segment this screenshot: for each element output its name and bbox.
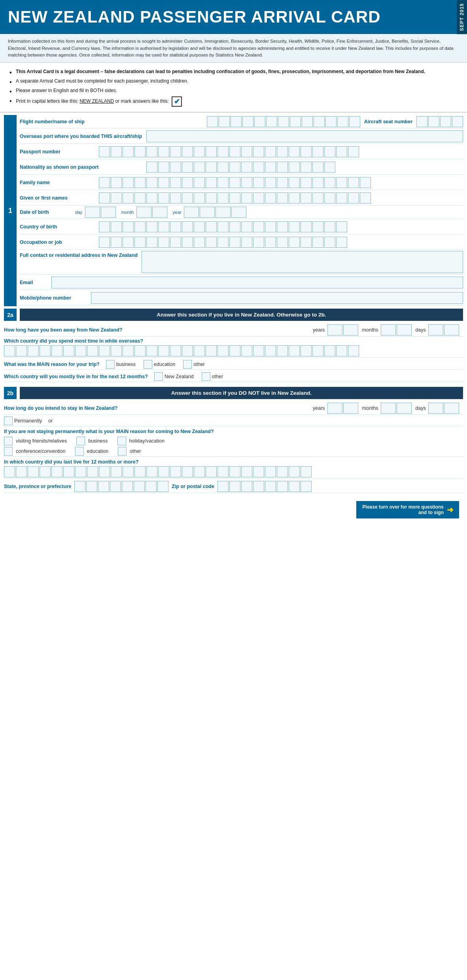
reason-holiday-checkbox[interactable]: [117, 437, 126, 445]
reason-visiting-checkbox[interactable]: [4, 437, 13, 445]
state-label: State, province or prefecture: [4, 484, 71, 489]
stay-years-group: years: [313, 403, 358, 414]
reason-business-checkbox[interactable]: [106, 360, 115, 369]
section-2a-content: How long have you been away from New Zea…: [4, 322, 463, 384]
away-years-text: years: [313, 327, 325, 333]
flight-box-3[interactable]: [231, 116, 242, 127]
section-2a-header: Answer this section if you live in New Z…: [20, 309, 463, 321]
reason-conference-checkbox[interactable]: [4, 447, 13, 456]
reason-education-label: education: [154, 362, 175, 367]
header: NEW ZEALAND PASSENGER ARRIVAL CARD SEPT …: [0, 0, 467, 34]
seat-box-1[interactable]: [416, 116, 427, 127]
flight-box-2[interactable]: [219, 116, 230, 127]
next12-other-checkbox[interactable]: [202, 372, 210, 381]
bullets-section: This Arrival Card is a legal document – …: [0, 63, 467, 113]
info-box: Information collected on this form and d…: [0, 34, 467, 63]
seat-box-4[interactable]: [452, 116, 463, 127]
flight-box-6[interactable]: [266, 116, 277, 127]
flight-box-1[interactable]: [207, 116, 218, 127]
nationality-label: Nationality as shown on passport: [20, 164, 146, 170]
reason-education-checkbox[interactable]: [144, 360, 152, 369]
passport-row: Passport number: [20, 145, 463, 159]
flight-row: Flight number/name of ship: [20, 116, 463, 128]
mobile-input[interactable]: [91, 292, 463, 304]
reason-education-2b-label: education: [87, 449, 108, 454]
flight-box-4[interactable]: [242, 116, 253, 127]
next12-label: Which country will you mostly live in fo…: [4, 374, 148, 379]
flight-box-7[interactable]: [278, 116, 289, 127]
last-lived-row: In which country did you last live for 1…: [4, 459, 463, 479]
main-reason-label: What was the MAIN reason for your trip?: [4, 362, 100, 367]
mobile-row: Mobile/phone number: [20, 291, 463, 305]
permanently-checkbox[interactable]: [4, 416, 13, 425]
family-name-boxes: [99, 177, 371, 188]
seat-box-3[interactable]: [440, 116, 451, 127]
overseas-port-label: Overseas port where you boarded THIS air…: [20, 134, 146, 139]
dob-year-boxes: [184, 207, 246, 218]
away-years-group: years: [313, 324, 358, 335]
flight-char-boxes: [207, 116, 360, 127]
section-1: 1 Flight number/name of ship: [4, 115, 463, 306]
permanently-label: Permanently: [14, 418, 42, 424]
stay-years-boxes: [327, 403, 358, 414]
reason-business-2b-checkbox[interactable]: [76, 437, 85, 445]
reason-education-2b-checkbox[interactable]: [75, 447, 84, 456]
main-reason-row: What was the MAIN reason for your trip? …: [4, 360, 463, 370]
flight-box-13[interactable]: [349, 116, 360, 127]
seat-box-2[interactable]: [428, 116, 439, 127]
nationality-row: Nationality as shown on passport: [20, 160, 463, 175]
email-input[interactable]: [51, 277, 463, 288]
reason-holiday-label: holiday/vacation: [129, 438, 165, 444]
given-names-label: Given or first names: [20, 195, 99, 201]
reason-other-label: other: [193, 362, 205, 367]
section-2a-badge: 2a: [4, 309, 17, 321]
reason-coming-row: If you are not staying permanently what …: [4, 429, 463, 457]
section-1-badge: 1: [4, 115, 17, 306]
flight-box-11[interactable]: [325, 116, 337, 127]
example-new-zealand: NEW ZEALAND: [79, 98, 114, 104]
flight-box-9[interactable]: [302, 116, 313, 127]
flight-box-8[interactable]: [290, 116, 301, 127]
given-names-boxes: [99, 192, 371, 204]
flight-box-12[interactable]: [337, 116, 348, 127]
away-label: How long have you been away from New Zea…: [4, 327, 313, 333]
next12-row: Which country will you mostly live in fo…: [4, 372, 463, 382]
occupation-label: Occupation or job: [20, 239, 99, 245]
overseas-port-row: Overseas port where you boarded THIS air…: [20, 130, 463, 144]
country-spent-row: Which country did you spend most time in…: [4, 338, 463, 358]
zip-boxes: [217, 481, 312, 492]
away-years-boxes: [327, 324, 358, 335]
flight-label: Flight number/name of ship: [20, 119, 207, 124]
address-input[interactable]: [142, 251, 463, 273]
dob-month-label: month: [121, 210, 134, 215]
intend-stay-label: How long do you intend to stay in New Ze…: [4, 405, 313, 411]
reason-other-checkbox[interactable]: [183, 360, 192, 369]
reason-visiting-label: visiting friends/relatives: [16, 438, 67, 444]
address-label: Full contact or residential address in N…: [20, 251, 142, 258]
dob-label: Date of birth: [20, 209, 75, 215]
family-name-label: Family name: [20, 180, 99, 185]
passport-label: Passport number: [20, 149, 99, 155]
reason-other-2b-checkbox[interactable]: [118, 447, 127, 456]
intend-stay-row: How long do you intend to stay in New Ze…: [4, 403, 463, 415]
dob-day-boxes: [85, 207, 116, 218]
dob-year-label: year: [173, 210, 182, 215]
zip-label: Zip or postal code: [172, 484, 214, 489]
reason-options-row-2: conference/convention education other: [4, 447, 149, 456]
section-1-row: 1 Flight number/name of ship: [4, 115, 463, 306]
section-2b-row: 2b Answer this section if you DO NOT liv…: [4, 387, 463, 399]
flight-box-5[interactable]: [254, 116, 265, 127]
stay-days-text: days: [416, 405, 426, 411]
overseas-port-input[interactable]: [146, 130, 463, 142]
nationality-boxes: [146, 162, 335, 173]
reason-other-2b-label: other: [130, 449, 141, 454]
country-birth-label: Country of birth: [20, 224, 99, 230]
mobile-label: Mobile/phone number: [20, 295, 91, 301]
next12-nz-checkbox[interactable]: [154, 372, 163, 381]
bullet-separate: A separate Arrival Card must be complete…: [8, 76, 459, 86]
or-text: or: [48, 418, 53, 424]
away-row: How long have you been away from New Zea…: [4, 324, 463, 337]
permanently-row: Permanently or: [4, 416, 463, 426]
occupation-boxes: [99, 237, 347, 248]
flight-box-10[interactable]: [314, 116, 325, 127]
